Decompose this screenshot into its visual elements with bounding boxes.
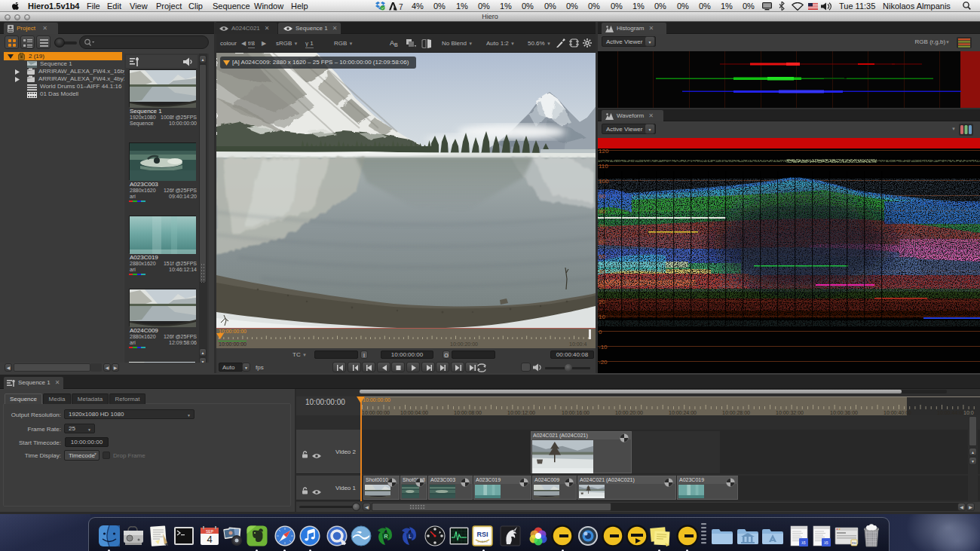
- svg-text:λ5: λ5: [824, 540, 828, 545]
- svg-text:10: 10: [599, 314, 605, 320]
- svg-text:70: 70: [599, 223, 605, 230]
- svg-text:7: 7: [399, 3, 403, 11]
- svg-text:RSI: RSI: [852, 542, 856, 545]
- svg-text:100: 100: [599, 178, 609, 185]
- svg-text:-10: -10: [599, 344, 608, 350]
- svg-text:0: 0: [599, 329, 602, 335]
- svg-text:L: L: [409, 534, 412, 539]
- svg-text:-20: -20: [599, 359, 608, 366]
- svg-text:60: 60: [599, 238, 605, 245]
- svg-text:110: 110: [599, 163, 608, 170]
- svg-text:R: R: [384, 534, 387, 539]
- svg-text:G U A R D: G U A R D: [477, 540, 488, 543]
- svg-text:120: 120: [599, 148, 609, 155]
- svg-text:RSI: RSI: [476, 531, 488, 538]
- svg-text:4: 4: [207, 534, 212, 545]
- svg-text:50: 50: [599, 253, 605, 260]
- svg-text:90: 90: [599, 193, 605, 200]
- svg-text:30: 30: [599, 283, 605, 290]
- svg-text:λ5: λ5: [801, 540, 806, 545]
- svg-text:80: 80: [599, 208, 605, 215]
- svg-text:SEP: SEP: [206, 529, 214, 534]
- svg-text:40: 40: [599, 268, 605, 275]
- svg-text:20: 20: [599, 298, 605, 305]
